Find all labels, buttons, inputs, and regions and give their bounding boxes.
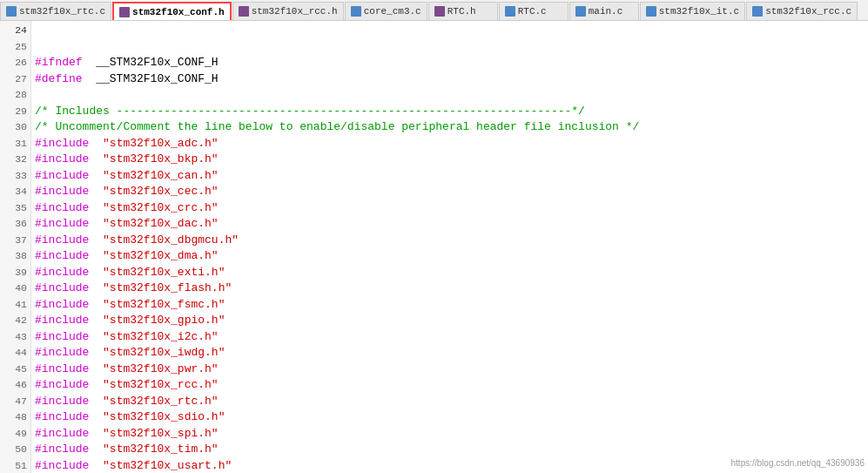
code-line-42: #include "stm32f10x_iwdg.h" bbox=[35, 345, 865, 362]
tab-rtc-h-label: RTC.h bbox=[447, 6, 476, 17]
line-number-39: 39 bbox=[0, 265, 27, 281]
tab-it-c-icon bbox=[646, 6, 656, 17]
code-line-43: #include "stm32f10x_pwr.h" bbox=[35, 362, 865, 378]
tab-rtc-c[interactable]: stm32f10x_rtc.c bbox=[0, 2, 111, 21]
line-number-42: 42 bbox=[0, 313, 27, 329]
line-number-44: 44 bbox=[0, 345, 27, 362]
line-number-28: 28 bbox=[0, 87, 27, 104]
line-number-45: 45 bbox=[0, 362, 27, 378]
code-line-30: #include "stm32f10x_bkp.h" bbox=[35, 152, 865, 168]
tab-cm3-c-label: core_cm3.c bbox=[364, 6, 421, 17]
line-number-25: 25 bbox=[0, 39, 27, 56]
line-number-41: 41 bbox=[0, 297, 27, 314]
tab-main-c-label: main.c bbox=[589, 6, 623, 17]
code-line-34: #include "stm32f10x_dac.h" bbox=[35, 216, 865, 233]
tab-rtc2-c[interactable]: RTC.c bbox=[499, 2, 569, 21]
line-number-26: 26 bbox=[0, 55, 27, 71]
code-line-37: #include "stm32f10x_exti.h" bbox=[35, 265, 865, 281]
tab-rcc-h[interactable]: stm32f10x_rcc.h bbox=[232, 2, 344, 21]
line-number-48: 48 bbox=[0, 409, 27, 426]
tab-rtc-h-icon bbox=[434, 6, 445, 17]
tab-cm3-c-icon bbox=[351, 6, 361, 17]
line-number-36: 36 bbox=[0, 216, 27, 233]
tab-main-c[interactable]: main.c bbox=[569, 2, 639, 21]
tab-rtc-c-label: stm32f10x_rtc.c bbox=[19, 6, 105, 17]
code-content: #ifndef __STM32F10x_CONF_H#define __STM3… bbox=[31, 21, 868, 473]
line-number-43: 43 bbox=[0, 329, 27, 346]
code-line-25: #define __STM32F10x_CONF_H bbox=[35, 71, 865, 88]
line-number-33: 33 bbox=[0, 168, 27, 185]
line-number-51: 51 bbox=[0, 458, 27, 474]
code-line-29: #include "stm32f10x_adc.h" bbox=[35, 136, 865, 152]
code-area: 2425262728293031323334353637383940414243… bbox=[0, 21, 868, 473]
code-line-45: #include "stm32f10x_rtc.h" bbox=[35, 394, 865, 410]
tab-rtc-c-icon bbox=[6, 6, 17, 17]
line-number-46: 46 bbox=[0, 377, 27, 394]
tab-it-c[interactable]: stm32f10x_it.c bbox=[640, 2, 745, 21]
tab-rtc-h[interactable]: RTC.h bbox=[428, 2, 498, 21]
line-number-35: 35 bbox=[0, 200, 27, 217]
tab-rcc-h-label: stm32f10x_rcc.h bbox=[252, 6, 338, 17]
line-number-49: 49 bbox=[0, 426, 27, 443]
code-line-47: #include "stm32f10x_spi.h" bbox=[35, 426, 865, 443]
tab-cm3-c[interactable]: core_cm3.c bbox=[345, 2, 427, 21]
code-line-46: #include "stm32f10x_sdio.h" bbox=[35, 409, 865, 426]
line-number-29: 29 bbox=[0, 104, 27, 120]
code-line-33: #include "stm32f10x_crc.h" bbox=[35, 200, 865, 217]
code-line-39: #include "stm32f10x_fsmc.h" bbox=[35, 297, 865, 314]
code-line-32: #include "stm32f10x_cec.h" bbox=[35, 184, 865, 200]
line-number-31: 31 bbox=[0, 136, 27, 152]
tab-rcc2-c[interactable]: stm32f10x_rcc.c bbox=[746, 2, 858, 21]
tab-main-c-icon bbox=[575, 6, 586, 17]
tab-rcc2-c-label: stm32f10x_rcc.c bbox=[765, 6, 851, 17]
line-number-38: 38 bbox=[0, 248, 27, 265]
code-line-28: /* Uncomment/Comment the line below to e… bbox=[35, 119, 865, 136]
line-number-32: 32 bbox=[0, 152, 27, 168]
tab-bar: stm32f10x_rtc.cstm32f10x_conf.hstm32f10x… bbox=[0, 0, 868, 21]
tab-rtc2-c-label: RTC.c bbox=[518, 6, 547, 17]
tab-conf-h-label: stm32f10x_conf.h bbox=[132, 7, 225, 17]
line-number-50: 50 bbox=[0, 442, 27, 458]
code-line-40: #include "stm32f10x_gpio.h" bbox=[35, 313, 865, 329]
line-numbers: 2425262728293031323334353637383940414243… bbox=[0, 21, 31, 473]
code-line-24: #ifndef __STM32F10x_CONF_H bbox=[35, 55, 865, 71]
code-line-31: #include "stm32f10x_can.h" bbox=[35, 168, 865, 185]
code-line-41: #include "stm32f10x_i2c.h" bbox=[35, 329, 865, 346]
code-line-35: #include "stm32f10x_dbgmcu.h" bbox=[35, 233, 865, 249]
tab-it-c-label: stm32f10x_it.c bbox=[659, 6, 739, 17]
tab-conf-h-icon bbox=[119, 7, 130, 17]
code-line-36: #include "stm32f10x_dma.h" bbox=[35, 248, 865, 265]
line-number-34: 34 bbox=[0, 184, 27, 200]
tab-conf-h[interactable]: stm32f10x_conf.h bbox=[112, 2, 232, 21]
line-number-47: 47 bbox=[0, 394, 27, 410]
tab-rcc-h-icon bbox=[239, 6, 249, 17]
line-number-37: 37 bbox=[0, 233, 27, 249]
watermark: https://blog.csdn.net/qq_43690936 bbox=[731, 456, 865, 472]
code-line-27: /* Includes ----------------------------… bbox=[35, 104, 865, 120]
tab-rtc2-c-icon bbox=[505, 6, 515, 17]
line-number-40: 40 bbox=[0, 280, 27, 297]
tab-rcc2-c-icon bbox=[752, 6, 763, 17]
line-number-24: 24 bbox=[0, 23, 27, 39]
line-number-27: 27 bbox=[0, 71, 27, 88]
line-number-30: 30 bbox=[0, 119, 27, 136]
code-line-26 bbox=[35, 87, 865, 104]
code-line-44: #include "stm32f10x_rcc.h" bbox=[35, 377, 865, 394]
code-line-38: #include "stm32f10x_flash.h" bbox=[35, 280, 865, 297]
